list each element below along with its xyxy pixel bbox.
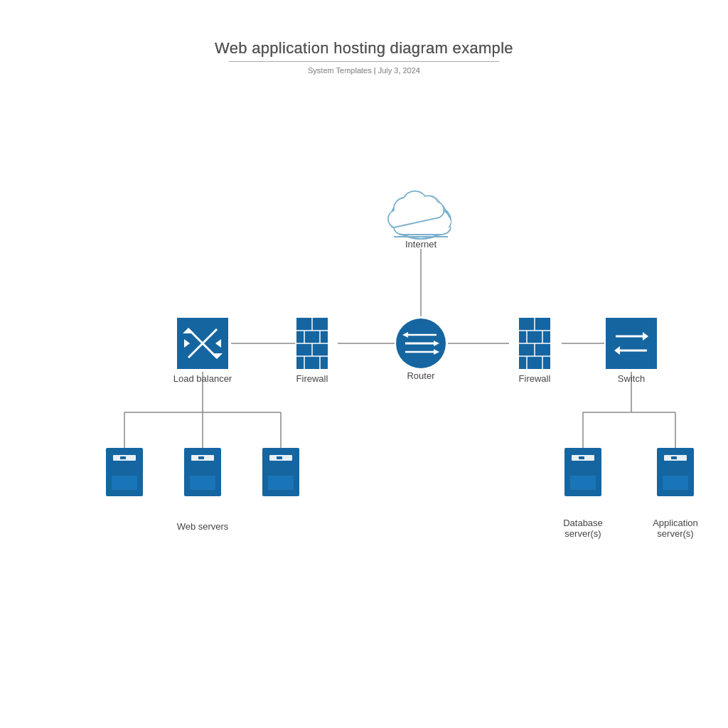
switch-label: Switch xyxy=(618,373,645,384)
title-divider xyxy=(229,61,499,62)
switch-icon xyxy=(606,318,657,369)
load-balancer-label: Load balancer xyxy=(173,373,232,384)
router-label: Router xyxy=(407,370,435,381)
network-diagram: Internet Router xyxy=(0,0,728,728)
page-title-display: Web application hosting diagram example xyxy=(0,39,728,58)
db-server-label: Database xyxy=(563,518,603,528)
cloud-icon xyxy=(388,191,451,235)
firewall-left-label: Firewall xyxy=(296,373,328,384)
title-section-final: Web application hosting diagram example … xyxy=(0,39,728,75)
router-icon xyxy=(396,318,446,368)
firewall-right-label: Firewall xyxy=(519,373,551,384)
svg-rect-93 xyxy=(671,456,677,459)
svg-rect-90 xyxy=(570,476,596,490)
svg-rect-83 xyxy=(277,456,282,459)
app-server-label: Application xyxy=(653,518,698,528)
web-server-1-icon xyxy=(106,448,143,496)
firewall-right-icon xyxy=(519,318,550,369)
svg-rect-78 xyxy=(198,456,204,459)
web-server-3-icon xyxy=(262,448,299,496)
svg-rect-85 xyxy=(268,476,294,490)
app-server-icon xyxy=(657,448,694,496)
web-server-2-icon xyxy=(184,448,221,496)
db-server-icon xyxy=(564,448,601,496)
svg-rect-95 xyxy=(663,476,688,490)
db-server-label2: server(s) xyxy=(564,528,601,539)
svg-rect-73 xyxy=(120,456,126,459)
subtitle-display: System Templates | July 3, 2024 xyxy=(0,66,728,75)
svg-rect-80 xyxy=(190,476,215,490)
svg-rect-88 xyxy=(579,456,584,459)
app-server-label2: server(s) xyxy=(657,528,693,539)
diagram-container: Web application hosting diagram example … xyxy=(0,0,728,728)
firewall-left-icon xyxy=(296,318,328,369)
web-servers-label: Web servers xyxy=(177,521,229,532)
svg-rect-66 xyxy=(606,318,657,369)
internet-label: Internet xyxy=(405,239,437,250)
svg-rect-75 xyxy=(112,476,137,490)
load-balancer-icon xyxy=(177,318,228,369)
